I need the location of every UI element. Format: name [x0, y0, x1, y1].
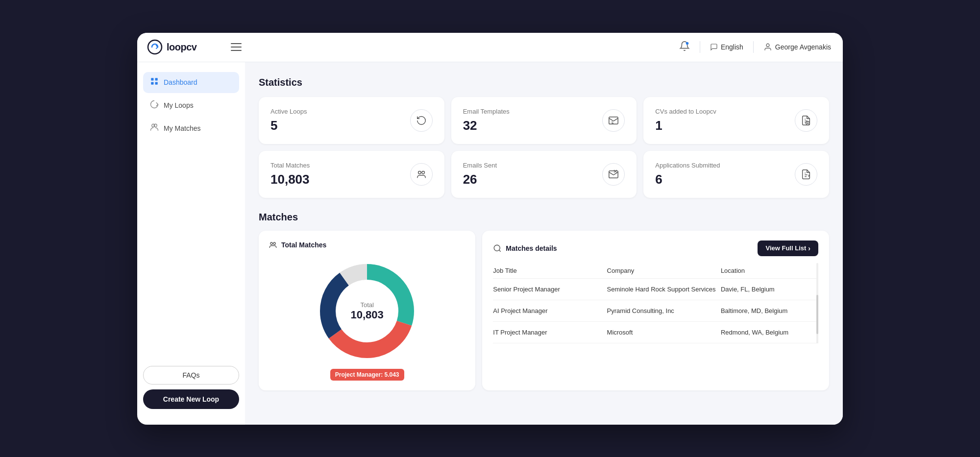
svg-rect-4: [155, 78, 158, 80]
view-full-list-label: View Full List: [765, 244, 806, 252]
table-row: IT Project Manager Microsoft Redmond, WA…: [493, 322, 818, 343]
logo-icon: [147, 39, 163, 55]
emails-sent-label: Emails Sent: [463, 162, 497, 169]
search-icon: [493, 244, 502, 253]
total-matches-label: Total Matches: [270, 162, 310, 169]
svg-point-19: [270, 242, 273, 244]
user-icon: [763, 43, 772, 51]
row-1-company: Pyramid Consulting, Inc: [607, 307, 721, 314]
stat-info-applications-submitted: Applications Submitted 6: [655, 162, 720, 187]
applications-submitted-icon: [795, 163, 817, 186]
user-menu[interactable]: George Avgenakis: [763, 43, 831, 51]
donut-container: Total 10,803 Project Manager: 5.043: [269, 257, 466, 381]
svg-point-15: [422, 171, 425, 174]
cvs-added-icon: [795, 109, 817, 132]
donut-card-title-text: Total Matches: [281, 241, 326, 249]
matches-section-title: Matches: [259, 212, 829, 223]
total-matches-card-icon: [269, 241, 277, 249]
email-templates-value: 32: [463, 118, 510, 133]
logo-area: loopcv: [147, 39, 223, 55]
sidebar: Dashboard My Loops: [137, 62, 245, 425]
col-company-header: Company: [607, 267, 721, 274]
sidebar-item-my-matches[interactable]: My Matches: [143, 118, 239, 139]
matches-nav-icon: [150, 123, 159, 134]
create-loop-button[interactable]: Create New Loop: [143, 389, 239, 409]
hamburger-line-3: [231, 50, 242, 51]
applications-submitted-label: Applications Submitted: [655, 162, 720, 169]
language-label: English: [721, 43, 743, 51]
col-location-header: Location: [721, 267, 818, 274]
faqs-button[interactable]: FAQs: [143, 366, 239, 385]
svg-line-28: [499, 250, 501, 251]
row-0-job-title: Senior Project Manager: [493, 286, 607, 293]
sidebar-item-dashboard[interactable]: Dashboard: [143, 72, 239, 93]
stat-card-active-loops: Active Loops 5: [259, 97, 444, 144]
active-loops-icon: [410, 109, 433, 132]
user-name-label: George Avgenakis: [775, 43, 831, 51]
applications-submitted-value: 6: [655, 172, 720, 187]
stat-info-emails-sent: Emails Sent 26: [463, 162, 497, 187]
stat-card-email-templates: Email Templates 32: [451, 97, 637, 144]
active-loops-label: Active Loops: [270, 108, 307, 115]
nav-divider-1: [700, 41, 700, 53]
hamburger-button[interactable]: [227, 39, 245, 55]
dashboard-label: Dashboard: [164, 78, 197, 86]
logo-text: loopcv: [167, 42, 196, 53]
cvs-added-label: CVs added to Loopcv: [655, 108, 716, 115]
total-matches-icon: [410, 163, 433, 186]
svg-point-20: [273, 242, 276, 244]
total-matches-value: 10,803: [270, 172, 310, 187]
svg-point-14: [418, 171, 421, 174]
details-header: Matches details View Full List ›: [493, 241, 818, 256]
sidebar-nav: Dashboard My Loops: [137, 72, 245, 360]
my-matches-label: My Matches: [164, 124, 200, 132]
donut-card: Total Matches: [259, 231, 475, 390]
svg-point-2: [766, 44, 769, 47]
donut-card-header: Total Matches: [269, 241, 466, 249]
stat-card-applications-submitted: Applications Submitted 6: [643, 151, 829, 198]
email-templates-label: Email Templates: [463, 108, 510, 115]
chevron-right-icon: ›: [808, 244, 810, 252]
donut-center-value: 10,803: [350, 308, 383, 321]
table-row: Senior Project Manager Seminole Hard Roc…: [493, 279, 818, 300]
loops-icon: [150, 100, 159, 111]
stat-card-total-matches: Total Matches 10,803: [259, 151, 444, 198]
table-row: AI Project Manager Pyramid Consulting, I…: [493, 300, 818, 322]
notification-bell-icon[interactable]: [679, 41, 690, 54]
donut-center: Total 10,803: [350, 301, 383, 321]
row-2-location: Redmond, WA, Belgium: [721, 329, 818, 336]
language-selector[interactable]: English: [710, 43, 743, 51]
nav-right: English George Avgenakis: [679, 41, 831, 54]
hamburger-line-1: [231, 43, 242, 44]
scrollbar-thumb: [816, 295, 818, 334]
col-job-title-header: Job Title: [493, 267, 607, 274]
table-header: Job Title Company Location: [493, 263, 818, 279]
sidebar-bottom: FAQs Create New Loop: [137, 360, 245, 415]
svg-point-1: [686, 42, 689, 45]
stat-info-total-matches: Total Matches 10,803: [270, 162, 310, 187]
active-loops-value: 5: [270, 118, 307, 133]
chat-icon: [710, 43, 718, 51]
scrollbar[interactable]: [816, 263, 818, 343]
emails-sent-value: 26: [463, 172, 497, 187]
svg-rect-16: [609, 170, 618, 178]
svg-rect-5: [151, 82, 153, 84]
svg-point-27: [494, 245, 500, 251]
row-0-location: Davie, FL, Belgium: [721, 286, 818, 293]
content-area: Statistics Active Loops 5: [245, 62, 843, 425]
matches-grid: Total Matches: [259, 231, 829, 390]
donut-center-label: Total: [350, 301, 383, 308]
app-container: loopcv English: [137, 33, 843, 425]
sidebar-item-my-loops[interactable]: My Loops: [143, 95, 239, 116]
row-0-company: Seminole Hard Rock Support Services: [607, 286, 721, 293]
stat-info-email-templates: Email Templates 32: [463, 108, 510, 133]
top-nav: loopcv English: [137, 33, 843, 62]
emails-sent-icon: [602, 163, 625, 186]
dashboard-icon: [150, 77, 159, 88]
statistics-title: Statistics: [259, 77, 829, 88]
matches-details-card: Matches details View Full List › Job Tit…: [482, 231, 829, 390]
view-full-list-button[interactable]: View Full List ›: [758, 241, 818, 256]
details-title-text: Matches details: [506, 244, 557, 252]
row-2-job-title: IT Project Manager: [493, 329, 607, 336]
stats-grid: Active Loops 5 Email Templates 32: [259, 97, 829, 198]
